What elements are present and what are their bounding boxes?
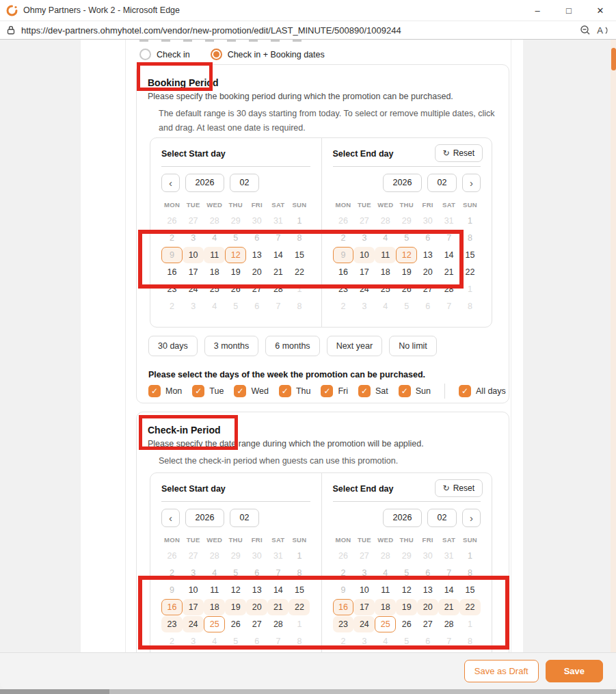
calendar-day[interactable]: 28 — [438, 281, 459, 297]
calendar-day[interactable]: 17 — [353, 264, 375, 280]
calendar-day[interactable]: 12 — [396, 582, 417, 598]
calendar-day[interactable]: 24 — [353, 281, 375, 297]
calendar-day[interactable]: 16 — [333, 599, 354, 615]
year-input[interactable]: 2026 — [383, 174, 422, 192]
radio-check-in-booking-dates[interactable]: Check in + Booking dates — [211, 49, 325, 60]
checkbox-checked-icon[interactable]: ✓ — [459, 385, 471, 397]
calendar-day[interactable]: 24 — [183, 616, 204, 632]
calendar-day[interactable]: 18 — [204, 599, 225, 615]
calendar-day[interactable]: 20 — [417, 599, 438, 615]
weekday-checkbox-item[interactable]: ✓Thu — [279, 385, 311, 397]
calendar-day[interactable]: 23 — [161, 281, 183, 297]
checkbox-checked-icon[interactable]: ✓ — [279, 385, 291, 397]
calendar-day[interactable]: 10 — [183, 247, 204, 263]
minimize-button[interactable]: – — [522, 0, 553, 21]
calendar-day[interactable]: 19 — [396, 599, 417, 615]
radio-selected-icon[interactable] — [211, 49, 222, 60]
calendar-day[interactable]: 14 — [438, 247, 459, 263]
calendar-day[interactable]: 27 — [246, 281, 267, 297]
reset-button[interactable]: ↻ Reset — [435, 144, 483, 162]
calendar-day[interactable]: 11 — [375, 247, 396, 263]
calendar-day[interactable]: 26 — [396, 616, 417, 632]
month-input[interactable]: 02 — [230, 174, 259, 192]
calendar-day[interactable]: 21 — [267, 599, 289, 615]
calendar-day[interactable]: 15 — [289, 582, 310, 598]
calendar-day[interactable]: 16 — [161, 599, 183, 615]
close-button[interactable]: ✕ — [585, 0, 616, 21]
year-input[interactable]: 2026 — [185, 509, 224, 527]
calendar-day[interactable]: 18 — [204, 264, 225, 280]
calendar-day[interactable]: 14 — [438, 582, 459, 598]
calendar-day[interactable]: 26 — [225, 616, 246, 632]
calendar-day[interactable]: 19 — [225, 264, 246, 280]
calendar-day[interactable]: 9 — [333, 247, 354, 263]
calendar-day[interactable]: 11 — [204, 247, 225, 263]
calendar-day[interactable]: 11 — [375, 582, 396, 598]
calendar-day[interactable]: 24 — [183, 281, 204, 297]
maximize-button[interactable]: □ — [553, 0, 585, 21]
calendar-day[interactable]: 17 — [183, 264, 204, 280]
page-scrollbar-track[interactable] — [611, 40, 616, 652]
next-month-button[interactable]: › — [462, 509, 481, 527]
calendar-day[interactable]: 25 — [204, 281, 225, 297]
zoom-out-icon[interactable] — [580, 25, 591, 36]
save-button[interactable]: Save — [546, 660, 603, 682]
checkbox-checked-icon[interactable]: ✓ — [321, 385, 333, 397]
month-input[interactable]: 02 — [230, 509, 259, 527]
radio-unselected-icon[interactable] — [139, 49, 151, 60]
radio-check-in[interactable]: Check in — [139, 49, 190, 60]
quick-range-button[interactable]: Next year — [327, 336, 383, 356]
calendar-day[interactable]: 10 — [353, 582, 375, 598]
calendar-day[interactable]: 25 — [204, 616, 225, 632]
read-aloud-icon[interactable]: A — [597, 25, 609, 36]
calendar-day[interactable]: 13 — [417, 582, 438, 598]
calendar-day[interactable]: 27 — [417, 281, 438, 297]
calendar-day[interactable]: 13 — [246, 582, 267, 598]
month-input[interactable]: 02 — [427, 174, 457, 192]
calendar-day[interactable]: 14 — [267, 247, 289, 263]
calendar-day[interactable]: 23 — [161, 616, 183, 632]
calendar-day[interactable]: 27 — [417, 616, 438, 632]
calendar-day[interactable]: 9 — [161, 247, 183, 263]
calendar-day[interactable]: 20 — [246, 599, 267, 615]
calendar-day[interactable]: 23 — [333, 616, 354, 632]
weekday-checkbox-item[interactable]: ✓Mon — [148, 385, 182, 397]
calendar-day[interactable]: 13 — [246, 247, 267, 263]
calendar-day[interactable]: 10 — [183, 582, 204, 598]
calendar-day[interactable]: 22 — [289, 264, 310, 280]
calendar-day[interactable]: 12 — [225, 582, 246, 598]
calendar-day[interactable]: 14 — [267, 582, 289, 598]
calendar-day[interactable]: 27 — [246, 616, 267, 632]
calendar-day[interactable]: 10 — [353, 247, 375, 263]
calendar-day[interactable]: 28 — [438, 616, 459, 632]
quick-range-button[interactable]: 30 days — [148, 336, 198, 356]
calendar-day[interactable]: 22 — [459, 264, 481, 280]
calendar-day[interactable]: 22 — [289, 599, 310, 615]
calendar-day[interactable]: 26 — [225, 281, 246, 297]
quick-range-button[interactable]: 3 months — [204, 336, 258, 356]
prev-month-button[interactable]: ‹ — [161, 174, 180, 192]
quick-range-button[interactable]: No limit — [389, 336, 437, 356]
year-input[interactable]: 2026 — [185, 174, 224, 192]
month-input[interactable]: 02 — [427, 509, 457, 527]
weekday-checkbox-item[interactable]: ✓Fri — [321, 385, 348, 397]
checkbox-checked-icon[interactable]: ✓ — [148, 385, 161, 397]
calendar-day[interactable]: 18 — [375, 599, 396, 615]
calendar-day[interactable]: 18 — [375, 264, 396, 280]
calendar-day[interactable]: 20 — [417, 264, 438, 280]
calendar-day[interactable]: 15 — [289, 247, 310, 263]
calendar-day[interactable]: 17 — [353, 599, 375, 615]
reset-button[interactable]: ↻ Reset — [435, 479, 483, 497]
calendar-day[interactable]: 17 — [183, 599, 204, 615]
calendar-day[interactable]: 22 — [459, 599, 481, 615]
save-as-draft-button[interactable]: Save as Draft — [464, 660, 539, 682]
calendar-day[interactable]: 19 — [396, 264, 417, 280]
calendar-day[interactable]: 21 — [267, 264, 289, 280]
prev-month-button[interactable]: ‹ — [161, 509, 180, 527]
calendar-day[interactable]: 24 — [353, 616, 375, 632]
checkbox-checked-icon[interactable]: ✓ — [234, 385, 246, 397]
calendar-day[interactable]: 28 — [267, 281, 289, 297]
calendar-day[interactable]: 21 — [438, 599, 459, 615]
calendar-day[interactable]: 23 — [333, 281, 354, 297]
calendar-day[interactable]: 25 — [375, 281, 396, 297]
